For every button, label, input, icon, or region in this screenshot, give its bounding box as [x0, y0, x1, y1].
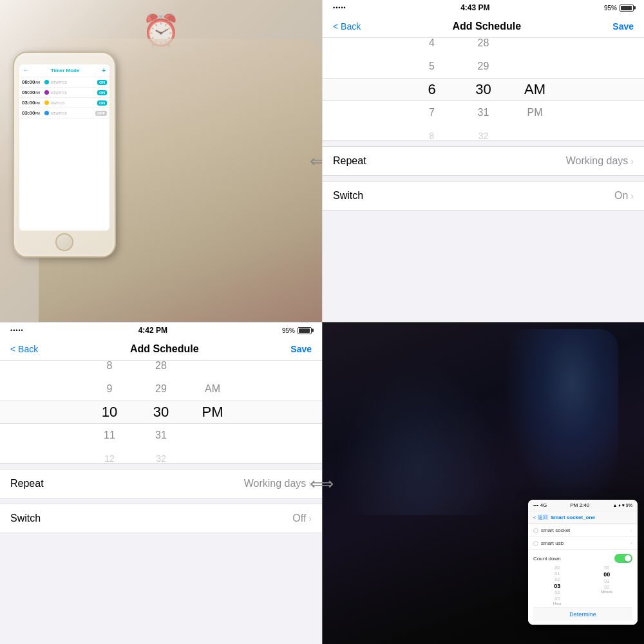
phone-mini-status: ••• 4G PM 2:40 ▲ ♦ ♥ 9% [528, 500, 638, 511]
switch-value-container-bl: Off › [292, 513, 312, 524]
countdown-section: Count down 00 01 02 03 04 05 Hour 00 [528, 550, 638, 625]
timer-time-2: 09:00AM [22, 90, 43, 95]
phone-mini-nav: < 返回 Smart socket_one [528, 511, 638, 524]
hour-column[interactable]: 3 4 5 6 7 8 9 [406, 38, 458, 141]
repeat-value-container-bl: Working days › [244, 478, 312, 489]
cd-m-02: 02 [604, 584, 609, 590]
minute-column[interactable]: 27 28 29 30 31 32 33 [458, 38, 509, 141]
minute-picker-col[interactable]: 00 00 01 02 Minute [601, 565, 612, 605]
phone-app-header: ← Timer Mode + [19, 64, 109, 77]
switch-row[interactable]: Switch On › [323, 182, 644, 210]
hour-8: 8 [406, 126, 458, 142]
cd-h-00: 00 [554, 565, 560, 571]
min-28: 28 [458, 38, 509, 53]
battery-icon [620, 5, 634, 12]
timer-toggle-4[interactable]: OFF [95, 111, 107, 116]
cd-h-03-selected: 03 [554, 582, 560, 590]
cd-h-02: 02 [554, 576, 560, 582]
repeat-row[interactable]: Repeat Working days › [323, 147, 644, 175]
mini-back[interactable]: < 返回 [533, 514, 548, 521]
smart-socket-row[interactable]: smart socket › [528, 524, 638, 537]
cd-h-05: 05 [554, 596, 560, 601]
timer-row-1: 08:00AM MTWTFSS ON [19, 77, 109, 88]
timer-time-3: 03:00PM [22, 100, 43, 106]
min-31: 31 [458, 102, 509, 123]
determine-button[interactable]: Determine [533, 607, 632, 621]
usb-circle [533, 541, 538, 546]
switch-chevron: › [630, 191, 634, 201]
cd-m-00: 00 [604, 565, 609, 571]
cd-m-00-selected: 00 [603, 571, 610, 578]
time-picker[interactable]: 3 4 5 6 7 8 9 27 28 29 30 31 32 33 [323, 38, 644, 141]
signal-dots: ••••• [333, 5, 346, 11]
countdown-toggle[interactable] [614, 554, 632, 563]
timer-dot-3 [44, 100, 49, 105]
battery-icon-bl [298, 327, 312, 334]
timer-dot-1 [44, 80, 49, 84]
countdown-label: Count down [533, 556, 561, 562]
switch-section: Switch On › [323, 181, 644, 211]
ampm-sp2-bl [187, 361, 238, 376]
socket-chevron: › [630, 527, 632, 533]
smart-usb-row[interactable]: smart usb › [528, 537, 638, 550]
countdown-picker[interactable]: 00 01 02 03 04 05 Hour 00 00 01 02 Minut… [533, 565, 632, 605]
cd-h-04: 04 [554, 590, 560, 596]
battery-percent: 95% [604, 5, 617, 12]
timer-days-4: MTWTFSS [51, 111, 93, 115]
hour-6-selected: 6 [406, 79, 458, 100]
min-32: 32 [458, 126, 509, 142]
timer-dot-4 [44, 111, 49, 115]
timer-row-4: 03:00PM MTWTFSS OFF [19, 108, 109, 118]
bottom-right-panel: ••• 4G PM 2:40 ▲ ♦ ♥ 9% < 返回 Smart socke… [322, 322, 644, 644]
ampm-column[interactable]: AM PM [509, 38, 561, 141]
usb-text: smart usb [541, 540, 564, 546]
phone-screen: ← Timer Mode + 08:00AM MTWTFSS ON 09:00A… [19, 64, 109, 231]
mini-signal: ••• 4G [533, 502, 547, 508]
nav-bar-top: < Back Add Schedule Save [323, 15, 644, 38]
timer-toggle-1[interactable]: ON [97, 80, 107, 85]
mini-title: Smart socket_one [551, 515, 595, 520]
switch-label: Switch [333, 190, 363, 202]
clock-time: 4:43 PM [460, 3, 489, 12]
minute-column-bl[interactable]: 27 28 29 30 31 32 33 [135, 361, 187, 464]
time-picker-bl[interactable]: 7 8 9 10 11 12 1 27 28 29 30 31 32 33 AM [0, 361, 322, 464]
timer-days-2: MTWTFSS [51, 91, 95, 95]
timer-row-3: 03:00PM MWTFSS ON [19, 98, 109, 108]
repeat-row-bl[interactable]: Repeat Working days › [0, 469, 322, 498]
repeat-value: Working days [566, 155, 629, 167]
divider-2 [323, 176, 644, 181]
empty-space-bottom [0, 533, 322, 644]
save-button-bl[interactable]: Save [290, 344, 312, 354]
hour-picker-col[interactable]: 00 01 02 03 04 05 Hour [553, 565, 562, 605]
switch-row-bl[interactable]: Switch Off › [0, 504, 322, 533]
min-29-bl: 29 [135, 379, 187, 399]
save-button[interactable]: Save [612, 21, 634, 32]
ampm-column-bl[interactable]: AM PM [187, 361, 238, 464]
phone-device: ← Timer Mode + 08:00AM MTWTFSS ON 09:00A… [13, 52, 116, 258]
usb-chevron: › [630, 540, 632, 546]
timer-toggle-3[interactable]: ON [97, 100, 107, 106]
phone-home-button[interactable] [55, 233, 73, 251]
repeat-chevron: › [630, 156, 634, 166]
hour-11-bl: 11 [84, 425, 135, 446]
nav-bar-bottom: < Back Add Schedule Save [0, 338, 322, 361]
phone-title: Timer Mode [51, 68, 80, 73]
minute-label: Minute [601, 590, 612, 594]
countdown-header: Count down [533, 554, 632, 563]
switch-value-container: On › [614, 190, 634, 202]
divider-1 [323, 141, 644, 146]
ampm-spacer3 [509, 56, 561, 77]
back-button[interactable]: < Back [333, 21, 361, 32]
hour-column-bl[interactable]: 7 8 9 10 11 12 1 [84, 361, 135, 464]
min-30-selected: 30 [458, 79, 509, 100]
back-button-bl[interactable]: < Back [10, 344, 38, 354]
repeat-value-container: Working days › [566, 155, 634, 167]
phone-frame: ← Timer Mode + 08:00AM MTWTFSS ON 09:00A… [13, 52, 116, 258]
mini-time: PM 2:40 [570, 502, 589, 508]
timer-toggle-2[interactable]: ON [97, 90, 107, 95]
switch-value: On [614, 190, 628, 202]
socket-text: smart socket [541, 527, 570, 533]
divider-bl-2 [0, 498, 322, 504]
switch-label-bl: Switch [10, 513, 41, 524]
min-31-bl: 31 [135, 425, 187, 446]
